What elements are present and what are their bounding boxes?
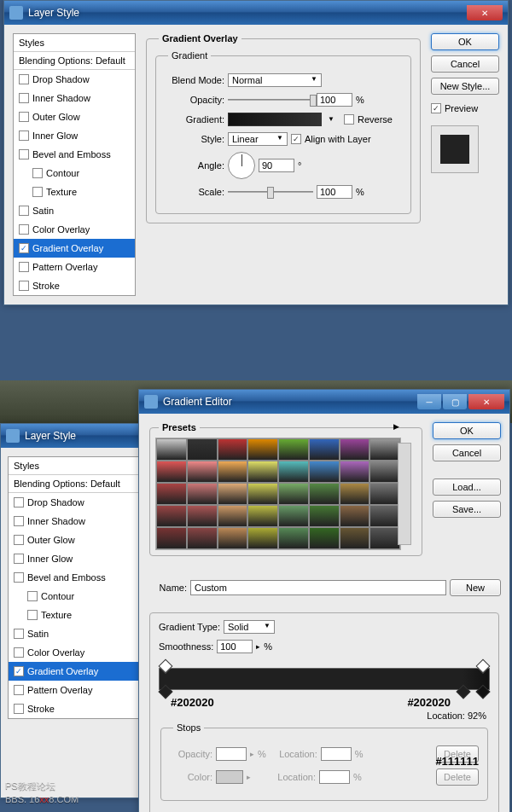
scale-slider[interactable] bbox=[228, 187, 313, 197]
preset-swatch[interactable] bbox=[340, 461, 370, 483]
opacity-input[interactable] bbox=[317, 93, 352, 107]
preset-swatch[interactable] bbox=[156, 527, 187, 549]
blending-options[interactable]: Blending Options: Default bbox=[9, 475, 145, 493]
preset-swatch[interactable] bbox=[340, 505, 370, 527]
style-item-stroke[interactable]: Stroke bbox=[14, 276, 135, 295]
preset-swatch[interactable] bbox=[278, 483, 309, 505]
preset-swatch[interactable] bbox=[187, 527, 218, 549]
style-item-inner-shadow[interactable]: Inner Shadow bbox=[14, 89, 135, 107]
preset-swatch[interactable] bbox=[218, 461, 248, 483]
presets-menu-icon[interactable]: ▶ bbox=[393, 422, 399, 431]
stop-color-location-input[interactable] bbox=[319, 770, 350, 784]
style-checkbox[interactable] bbox=[19, 243, 29, 253]
preset-swatch[interactable] bbox=[156, 438, 187, 461]
style-item-stroke[interactable]: Stroke bbox=[9, 699, 145, 718]
preset-swatch[interactable] bbox=[309, 527, 340, 549]
preset-swatch[interactable] bbox=[218, 438, 248, 461]
preset-swatch[interactable] bbox=[187, 438, 218, 461]
preset-swatch[interactable] bbox=[156, 505, 187, 527]
close-button[interactable]: ✕ bbox=[467, 5, 503, 20]
style-item-gradient-overlay[interactable]: Gradient Overlay bbox=[14, 239, 135, 258]
preset-swatch[interactable] bbox=[369, 438, 400, 461]
style-item-inner-glow[interactable]: Inner Glow bbox=[14, 126, 135, 145]
style-checkbox[interactable] bbox=[19, 130, 29, 141]
style-checkbox[interactable] bbox=[27, 591, 38, 601]
gradient-picker[interactable] bbox=[228, 113, 322, 126]
style-item-outer-glow[interactable]: Outer Glow bbox=[9, 531, 145, 549]
style-checkbox[interactable] bbox=[14, 535, 24, 545]
preset-swatch[interactable] bbox=[309, 483, 340, 505]
angle-input[interactable] bbox=[259, 159, 294, 172]
opacity-slider[interactable] bbox=[228, 95, 313, 105]
style-item-color-overlay[interactable]: Color Overlay bbox=[9, 643, 145, 662]
smoothness-input[interactable] bbox=[217, 640, 253, 653]
preset-swatch[interactable] bbox=[340, 438, 370, 461]
blending-options[interactable]: Blending Options: Default bbox=[14, 52, 135, 70]
reverse-checkbox[interactable] bbox=[344, 114, 354, 125]
preset-swatch[interactable] bbox=[309, 505, 340, 527]
load-button[interactable]: Load... bbox=[433, 478, 501, 496]
align-checkbox[interactable] bbox=[291, 134, 301, 144]
preset-swatch[interactable] bbox=[369, 527, 400, 549]
maximize-button[interactable]: ▢ bbox=[443, 394, 467, 409]
style-item-bevel-and-emboss[interactable]: Bevel and Emboss bbox=[9, 568, 145, 587]
ok-button[interactable]: OK bbox=[431, 33, 499, 50]
style-item-drop-shadow[interactable]: Drop Shadow bbox=[9, 493, 145, 512]
style-item-bevel-and-emboss[interactable]: Bevel and Emboss bbox=[14, 145, 135, 164]
style-checkbox[interactable] bbox=[14, 704, 24, 714]
style-item-contour[interactable]: Contour bbox=[9, 587, 145, 606]
preset-swatch[interactable] bbox=[278, 461, 309, 483]
minimize-button[interactable]: ─ bbox=[417, 394, 441, 409]
preset-swatch[interactable] bbox=[278, 505, 309, 527]
preset-swatch[interactable] bbox=[309, 461, 340, 483]
preview-checkbox[interactable] bbox=[431, 103, 441, 113]
gradient-type-select[interactable]: Solid bbox=[224, 620, 275, 634]
preset-swatch[interactable] bbox=[369, 483, 400, 505]
stop-color-well[interactable] bbox=[216, 770, 243, 784]
titlebar[interactable]: Gradient Editor ─ ▢ ✕ bbox=[139, 390, 509, 414]
delete-color-stop-button[interactable]: Delete bbox=[436, 768, 479, 786]
style-checkbox[interactable] bbox=[19, 281, 29, 291]
dropdown-icon[interactable]: ▸ bbox=[256, 642, 260, 651]
style-checkbox[interactable] bbox=[32, 168, 43, 178]
style-checkbox[interactable] bbox=[19, 206, 29, 216]
style-checkbox[interactable] bbox=[19, 224, 29, 235]
style-checkbox[interactable] bbox=[19, 149, 29, 160]
titlebar[interactable]: Layer Style bbox=[1, 424, 153, 448]
preset-swatch[interactable] bbox=[247, 461, 278, 483]
preset-swatch[interactable] bbox=[218, 505, 248, 527]
save-button[interactable]: Save... bbox=[433, 501, 501, 518]
style-checkbox[interactable] bbox=[14, 647, 24, 658]
new-button[interactable]: New bbox=[450, 579, 501, 596]
scale-input[interactable] bbox=[317, 185, 352, 199]
preset-swatch[interactable] bbox=[278, 438, 309, 461]
titlebar[interactable]: Layer Style ✕ bbox=[4, 1, 508, 25]
cancel-button[interactable]: Cancel bbox=[433, 444, 501, 461]
style-checkbox[interactable] bbox=[32, 187, 43, 197]
preset-scrollbar[interactable] bbox=[398, 443, 411, 545]
stop-location-input[interactable] bbox=[321, 747, 352, 761]
stop-opacity-input[interactable] bbox=[216, 747, 247, 761]
cancel-button[interactable]: Cancel bbox=[431, 55, 499, 72]
close-button[interactable]: ✕ bbox=[468, 394, 504, 409]
preset-swatch[interactable] bbox=[369, 461, 400, 483]
style-checkbox[interactable] bbox=[14, 497, 24, 508]
preset-swatch[interactable] bbox=[247, 483, 278, 505]
ok-button[interactable]: OK bbox=[433, 422, 501, 439]
angle-dial[interactable] bbox=[228, 152, 255, 179]
preset-swatch[interactable] bbox=[187, 461, 218, 483]
style-item-pattern-overlay[interactable]: Pattern Overlay bbox=[14, 258, 135, 276]
style-item-color-overlay[interactable]: Color Overlay bbox=[14, 220, 135, 239]
blend-mode-select[interactable]: Normal bbox=[228, 73, 322, 87]
style-checkbox[interactable] bbox=[27, 610, 38, 620]
preset-swatch[interactable] bbox=[187, 505, 218, 527]
style-checkbox[interactable] bbox=[14, 666, 24, 676]
style-checkbox[interactable] bbox=[14, 685, 24, 695]
style-checkbox[interactable] bbox=[14, 572, 24, 583]
style-item-drop-shadow[interactable]: Drop Shadow bbox=[14, 70, 135, 89]
style-checkbox[interactable] bbox=[19, 112, 29, 122]
style-item-texture[interactable]: Texture bbox=[14, 183, 135, 201]
preset-swatch[interactable] bbox=[156, 483, 187, 505]
preset-swatch[interactable] bbox=[369, 505, 400, 527]
style-item-inner-glow[interactable]: Inner Glow bbox=[9, 549, 145, 568]
